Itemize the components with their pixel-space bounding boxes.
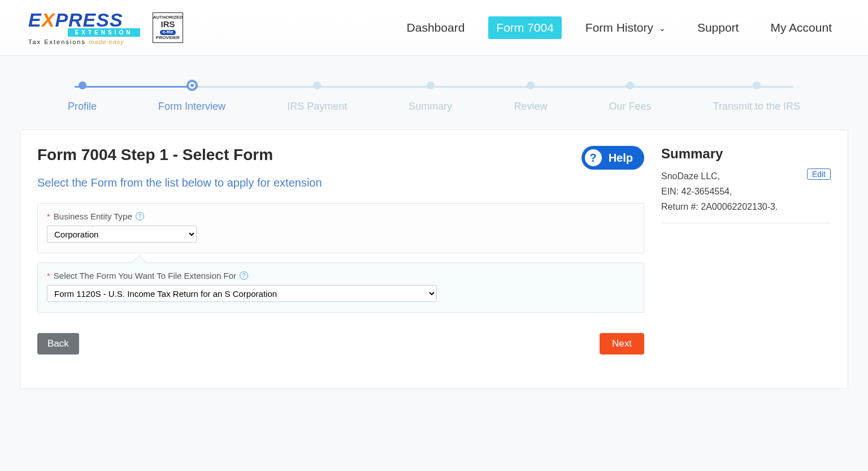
- step-dot: [753, 81, 761, 89]
- required-asterisk: *: [47, 211, 50, 221]
- step-label: IRS Payment: [287, 101, 347, 113]
- brand-suffix: PRESS: [55, 9, 123, 31]
- app-header: EXPRESS EXTENSION Tax Extensions made ea…: [0, 0, 868, 56]
- step-dot: [527, 81, 535, 89]
- select-form-group: *Select The Form You Want To File Extens…: [37, 262, 644, 313]
- progress-stepper: Profile Form Interview IRS Payment Summa…: [0, 56, 868, 129]
- help-label: Help: [609, 152, 633, 165]
- select-form-label-text: Select The Form You Want To File Extensi…: [54, 271, 236, 280]
- edit-button[interactable]: Edit: [807, 168, 831, 180]
- irs-badge: AUTHORIZED IRS e-file PROVIDER: [153, 12, 183, 43]
- summary-ein: EIN: 42-3654554,: [661, 184, 831, 199]
- nav-form-history[interactable]: Form History ⌄: [578, 16, 674, 39]
- step-dot: [313, 81, 321, 89]
- brand-x: X: [42, 9, 55, 31]
- step-label: Transmit to the IRS: [713, 101, 800, 113]
- nav-my-account[interactable]: My Account: [762, 16, 840, 39]
- nav-form-7004[interactable]: Form 7004: [488, 16, 562, 39]
- brand-tagline: Tax Extensions made easy: [28, 38, 140, 45]
- summary-sidebar: Summary SnoDaze LLC, Edit EIN: 42-365455…: [661, 146, 831, 355]
- step-label: Our Fees: [609, 101, 651, 113]
- logo-block: EXPRESS EXTENSION Tax Extensions made ea…: [28, 10, 183, 45]
- entity-type-group: *Business Entity Type ? Corporation: [37, 203, 644, 253]
- action-row: Back Next: [37, 333, 644, 355]
- help-button[interactable]: ? Help: [581, 146, 644, 170]
- nav-dashboard[interactable]: Dashboard: [399, 16, 473, 39]
- tagline-prefix: Tax Extensions: [28, 38, 86, 45]
- brand-wordmark: EXPRESS: [28, 10, 140, 29]
- brand-logo[interactable]: EXPRESS EXTENSION Tax Extensions made ea…: [28, 10, 140, 45]
- summary-company: SnoDaze LLC,: [661, 168, 720, 184]
- step-dot: [626, 81, 634, 89]
- required-asterisk: *: [47, 271, 50, 280]
- step-label: Profile: [68, 101, 97, 113]
- page-title: Form 7004 Step 1 - Select Form: [37, 146, 273, 164]
- step-dot: [79, 81, 86, 89]
- top-nav: Dashboard Form 7004 Form History ⌄ Suppo…: [399, 16, 840, 39]
- question-mark-icon: ?: [584, 148, 603, 167]
- step-form-interview[interactable]: Form Interview: [158, 81, 225, 113]
- step-our-fees[interactable]: Our Fees: [609, 81, 651, 113]
- info-icon[interactable]: ?: [136, 212, 144, 221]
- entity-type-select[interactable]: Corporation: [47, 226, 197, 243]
- step-dot: [186, 80, 198, 91]
- info-icon[interactable]: ?: [240, 271, 248, 280]
- entity-type-label: *Business Entity Type ?: [47, 211, 635, 221]
- chevron-down-icon: ⌄: [659, 24, 666, 33]
- summary-title: Summary: [661, 146, 723, 162]
- form-subtitle: Select the Form from the list below to a…: [37, 176, 644, 189]
- summary-return-number: Return #: 2A00062202130-3.: [661, 199, 831, 214]
- step-label: Summary: [409, 101, 452, 113]
- step-dot: [427, 81, 435, 89]
- step-transmit[interactable]: Transmit to the IRS: [713, 81, 800, 113]
- step-irs-payment[interactable]: IRS Payment: [287, 81, 347, 113]
- irs-badge-line3: e-file: [160, 30, 176, 35]
- summary-divider: [661, 223, 831, 223]
- irs-badge-line2: IRS: [160, 20, 175, 29]
- tagline-suffix: made easy: [89, 38, 124, 45]
- step-label: Form Interview: [158, 101, 225, 113]
- irs-badge-line4: PROVIDER: [156, 36, 180, 41]
- form-panel: Form 7004 Step 1 - Select Form ? Help Se…: [37, 146, 644, 355]
- nav-form-history-label: Form History: [585, 21, 653, 34]
- next-button[interactable]: Next: [600, 333, 644, 355]
- step-summary[interactable]: Summary: [409, 81, 452, 113]
- step-profile[interactable]: Profile: [68, 81, 97, 113]
- brand-prefix: E: [28, 9, 42, 31]
- nav-support[interactable]: Support: [689, 16, 747, 39]
- step-label: Review: [514, 101, 547, 113]
- select-form-label: *Select The Form You Want To File Extens…: [47, 271, 635, 280]
- entity-type-label-text: Business Entity Type: [54, 211, 132, 221]
- select-form-select[interactable]: Form 1120S - U.S. Income Tax Return for …: [47, 285, 437, 302]
- back-button[interactable]: Back: [37, 333, 79, 355]
- step-review[interactable]: Review: [514, 81, 547, 113]
- main-card: Form 7004 Step 1 - Select Form ? Help Se…: [20, 129, 848, 389]
